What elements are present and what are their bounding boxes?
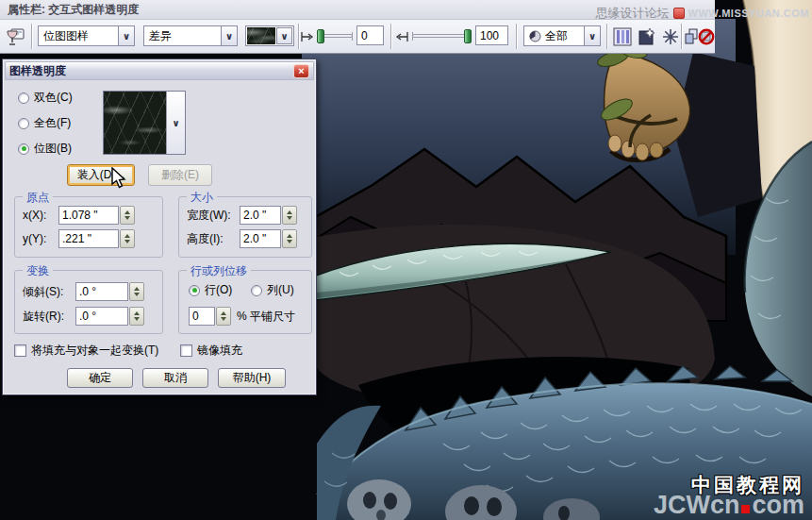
checkbox-mirror-fill[interactable]: 镜像填充 <box>180 343 242 359</box>
radio-full-color[interactable]: 全色(F) <box>18 115 71 131</box>
offset-suffix: % 平铺尺寸 <box>237 309 295 325</box>
pattern-picker-dropdown[interactable]: ∨ <box>245 25 294 46</box>
chevron-down-icon[interactable]: ∨ <box>221 26 237 45</box>
toolbar: 位图图样 ∨ 差异 ∨ ∨ 0 <box>0 20 715 54</box>
chevron-down-icon[interactable]: ∨ <box>276 27 292 44</box>
origin-x-stepper[interactable] <box>120 206 135 225</box>
edit-transparency-icon[interactable] <box>4 25 26 48</box>
rotate-input[interactable]: .0 ° <box>75 307 128 326</box>
dialog-title: 图样透明度 <box>9 63 66 79</box>
transform-group-label: 变换 <box>23 263 53 279</box>
red-dot <box>741 505 750 513</box>
mouse-cursor <box>110 167 129 190</box>
skew-label: 倾斜(S): <box>23 284 75 300</box>
transparency-type-dropdown[interactable]: 位图图样 ∨ <box>38 25 135 46</box>
offset-input[interactable]: 0 <box>189 307 215 326</box>
pattern-preview <box>104 92 167 154</box>
pattern-preview-dropdown[interactable]: ∨ <box>103 91 186 155</box>
toolbar-separator <box>516 24 517 49</box>
width-stepper[interactable] <box>282 206 297 225</box>
radio-two-color[interactable]: 双色(C) <box>18 90 73 106</box>
close-icon[interactable]: × <box>293 64 309 78</box>
transparency-type-value: 位图图样 <box>39 26 118 45</box>
origin-y-stepper[interactable] <box>120 229 135 248</box>
transparency-operation-value: 差异 <box>144 26 221 45</box>
origin-y-label: y(Y): <box>23 232 58 245</box>
start-slider-handle[interactable] <box>317 29 324 43</box>
skew-stepper[interactable] <box>129 282 144 301</box>
radio-row[interactable]: 行(O) <box>189 282 232 298</box>
pie-icon <box>529 30 541 42</box>
rotate-label: 旋转(R): <box>23 309 75 325</box>
dialog-body: 双色(C) 全色(F) 位图(B) ∨ 装入(D)... 删除(E) <box>5 80 314 393</box>
dialog-titlebar[interactable]: 图样透明度 × <box>5 61 314 80</box>
offset-group: 行或列位移 行(O) 列(U) 0 % 平铺尺寸 <box>178 270 312 334</box>
forum-name: 思缘设计论坛 <box>596 5 670 22</box>
chevron-down-icon[interactable]: ∨ <box>118 26 134 45</box>
forum-icon <box>673 8 685 19</box>
pattern-transparency-dialog: 图样透明度 × 双色(C) 全色(F) 位图(B) ∨ 装入(D)... <box>2 59 317 395</box>
fountain-stripes-icon[interactable] <box>611 25 634 48</box>
width-input[interactable]: 2.0 " <box>240 206 281 225</box>
radio-column[interactable]: 列(U) <box>251 282 294 298</box>
width-label: 宽度(W): <box>187 208 240 224</box>
start-transparency-slider[interactable] <box>318 34 353 38</box>
transparency-target-value: 全部 <box>545 28 568 44</box>
offset-stepper[interactable] <box>216 307 231 326</box>
toolbar-separator <box>31 24 32 49</box>
end-transparency-slider[interactable] <box>412 34 471 38</box>
checkbox-transform-with-object[interactable]: 将填充与对象一起变换(T) <box>14 343 158 359</box>
rotate-stepper[interactable] <box>129 307 144 326</box>
size-group: 大小 宽度(W): 2.0 " 高度(I): 2.0 " <box>178 196 312 258</box>
origin-group: 原点 x(X): 1.078 " y(Y): .221 " <box>14 196 163 258</box>
start-transparency-icon <box>300 31 315 42</box>
start-transparency-input[interactable]: 0 <box>356 25 384 45</box>
chevron-down-icon[interactable]: ∨ <box>584 26 600 45</box>
freeze-snowflake-icon[interactable] <box>659 25 682 48</box>
end-transparency-input[interactable]: 100 <box>475 25 508 45</box>
help-button[interactable]: 帮助(H) <box>218 368 286 388</box>
ok-button[interactable]: 确定 <box>67 368 133 388</box>
pattern-star-icon[interactable] <box>636 25 658 48</box>
forum-url: WWW.MISSYUAN.COM <box>688 8 809 19</box>
origin-x-label: x(X): <box>23 209 58 222</box>
forum-watermark: 思缘设计论坛 WWW.MISSYUAN.COM <box>596 5 809 22</box>
height-input[interactable]: 2.0 " <box>240 229 281 248</box>
toolbar-separator <box>298 24 299 49</box>
chevron-down-icon[interactable]: ∨ <box>167 92 185 154</box>
transparency-operation-dropdown[interactable]: 差异 ∨ <box>143 25 238 46</box>
delete-button[interactable]: 删除(E) <box>148 164 212 186</box>
skew-input[interactable]: .0 ° <box>75 282 128 301</box>
radio-bitmap[interactable]: 位图(B) <box>18 141 72 157</box>
origin-group-label: 原点 <box>23 190 53 206</box>
screen: 属性栏: 交互式图样透明度 位图图样 ∨ 差异 ∨ <box>0 0 812 520</box>
toolbar-separator <box>606 24 607 49</box>
height-label: 高度(I): <box>187 231 240 247</box>
end-slider-handle[interactable] <box>464 29 472 43</box>
pattern-swatch <box>247 27 275 44</box>
size-group-label: 大小 <box>187 190 217 206</box>
no-transparency-icon[interactable] <box>698 25 715 48</box>
end-transparency-icon <box>394 31 409 42</box>
toolbar-separator <box>390 24 391 49</box>
height-stepper[interactable] <box>282 229 297 248</box>
site-brand: JCWcncom <box>654 492 804 518</box>
origin-y-input[interactable]: .221 " <box>58 229 119 248</box>
toolbar-separator <box>681 24 682 49</box>
site-watermark: 中国教程网 JCWcncom <box>654 475 804 518</box>
transparency-target-dropdown[interactable]: 全部 ∨ <box>523 25 601 46</box>
transform-group: 变换 倾斜(S): .0 ° 旋转(R): .0 ° <box>14 270 163 334</box>
offset-group-label: 行或列位移 <box>187 263 251 279</box>
cancel-button[interactable]: 取消 <box>142 368 208 388</box>
origin-x-input[interactable]: 1.078 " <box>58 206 119 225</box>
